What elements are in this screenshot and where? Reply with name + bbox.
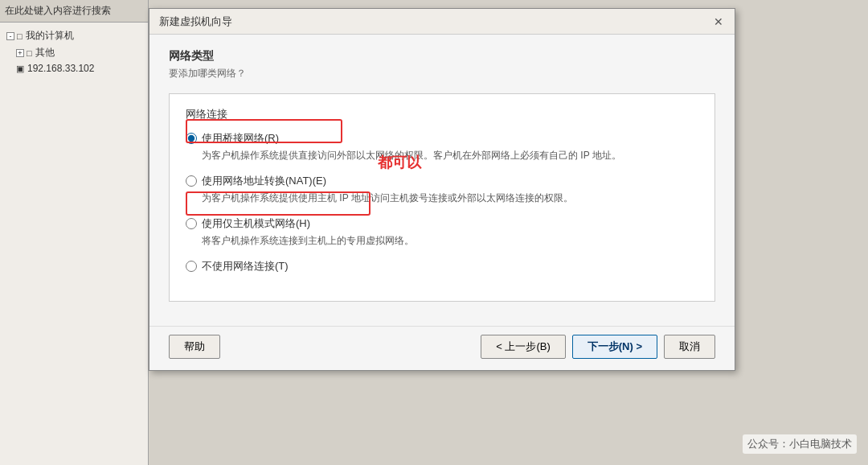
ip-label: 192.168.33.102 <box>27 63 94 74</box>
sidebar-panel: 在此处键入内容进行搜索 - □ 我的计算机 + □ 其他 ▣ 192.168.3… <box>0 0 149 465</box>
radio-option-nat: 使用网络地址转换(NAT)(E) 为客户机操作系统提供使用主机 IP 地址访问主… <box>186 174 698 205</box>
radio-row-hostonly[interactable]: 使用仅主机模式网络(H) <box>186 216 698 231</box>
radio-row-nonetwork[interactable]: 不使用网络连接(T) <box>186 259 698 274</box>
sidebar-tree: - □ 我的计算机 + □ 其他 ▣ 192.168.33.102 <box>0 23 148 80</box>
topbar: 在此处键入内容进行搜索 <box>0 0 148 23</box>
dialog-titlebar: 新建虚拟机向导 ✕ <box>149 9 735 35</box>
section-subtitle: 要添加哪类网络？ <box>169 67 715 80</box>
radio-option-hostonly: 使用仅主机模式网络(H) 将客户机操作系统连接到主机上的专用虚拟网络。 <box>186 216 698 248</box>
radio-option-bridge: 使用桥接网络(R) 为客户机操作系统提供直接访问外部以太网络的权限。客户机在外部… <box>186 131 698 163</box>
radio-hostonly[interactable] <box>186 218 197 229</box>
dialog-body: 网络类型 要添加哪类网络？ 网络连接 使用桥接网络(R) 为客户机操作系统提供直… <box>149 35 735 323</box>
cancel-button[interactable]: 取消 <box>664 335 715 359</box>
radio-bridge-label[interactable]: 使用桥接网络(R) <box>202 131 279 146</box>
radio-hostonly-description: 将客户机操作系统连接到主机上的专用虚拟网络。 <box>202 233 698 248</box>
radio-row-nat[interactable]: 使用网络地址转换(NAT)(E) <box>186 174 698 188</box>
other-label: 其他 <box>35 46 55 60</box>
section-title: 网络类型 <box>169 49 715 64</box>
network-connection-box: 网络连接 使用桥接网络(R) 为客户机操作系统提供直接访问外部以太网络的权限。客… <box>169 93 715 302</box>
next-button[interactable]: 下一步(N) > <box>572 335 657 359</box>
network-connection-label: 网络连接 <box>186 107 698 121</box>
watermark: 公众号：小白电脑技术 <box>743 434 857 454</box>
sidebar-item-mycomputer[interactable]: - □ 我的计算机 <box>3 27 145 44</box>
sidebar-item-other[interactable]: + □ 其他 <box>3 44 145 61</box>
footer-right-buttons: < 上一步(B) 下一步(N) > 取消 <box>481 335 715 359</box>
my-computer-label: 我的计算机 <box>26 29 74 43</box>
radio-nonetwork[interactable] <box>186 261 197 272</box>
radio-row-bridge[interactable]: 使用桥接网络(R) <box>186 131 698 146</box>
radio-nonetwork-label[interactable]: 不使用网络连接(T) <box>202 259 289 274</box>
other-icon: □ <box>27 48 32 58</box>
other-expand-icon[interactable]: + <box>16 49 24 57</box>
radio-nat-description: 为客户机操作系统提供使用主机 IP 地址访问主机拨号连接或外部以太网络连接的权限… <box>202 191 698 205</box>
radio-hostonly-label[interactable]: 使用仅主机模式网络(H) <box>202 216 310 231</box>
radio-nat[interactable] <box>186 175 197 187</box>
new-vm-dialog: 新建虚拟机向导 ✕ 网络类型 要添加哪类网络？ 网络连接 使用桥接网络(R) 为… <box>149 8 735 371</box>
dialog-footer: 帮助 < 上一步(B) 下一步(N) > 取消 <box>149 326 735 370</box>
radio-group: 使用桥接网络(R) 为客户机操作系统提供直接访问外部以太网络的权限。客户机在外部… <box>186 131 698 274</box>
close-button[interactable]: ✕ <box>710 14 727 30</box>
sidebar-item-ip[interactable]: ▣ 192.168.33.102 <box>3 61 145 76</box>
prev-button[interactable]: < 上一步(B) <box>481 335 566 359</box>
topbar-text: 在此处键入内容进行搜索 <box>5 4 111 18</box>
computer-icon: □ <box>17 31 23 41</box>
radio-bridge-description: 为客户机操作系统提供直接访问外部以太网络的权限。客户机在外部网络上必须有自己的 … <box>202 148 698 163</box>
ip-icon: ▣ <box>16 64 24 74</box>
radio-option-nonetwork: 不使用网络连接(T) <box>186 259 698 274</box>
expand-icon[interactable]: - <box>6 32 14 40</box>
radio-bridge[interactable] <box>186 133 197 144</box>
help-button[interactable]: 帮助 <box>169 335 220 359</box>
dialog-title: 新建虚拟机向导 <box>159 14 232 29</box>
radio-nat-label[interactable]: 使用网络地址转换(NAT)(E) <box>202 174 326 188</box>
